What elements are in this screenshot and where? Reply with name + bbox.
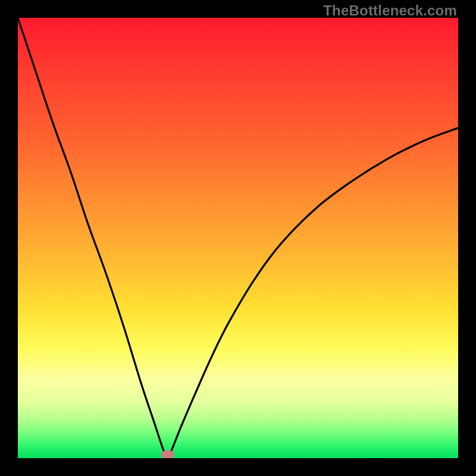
dip-marker	[161, 450, 174, 458]
bottleneck-curve	[18, 18, 458, 458]
plot-area	[18, 18, 458, 458]
chart-frame: TheBottleneck.com	[0, 0, 476, 476]
attribution-text: TheBottleneck.com	[323, 2, 457, 19]
